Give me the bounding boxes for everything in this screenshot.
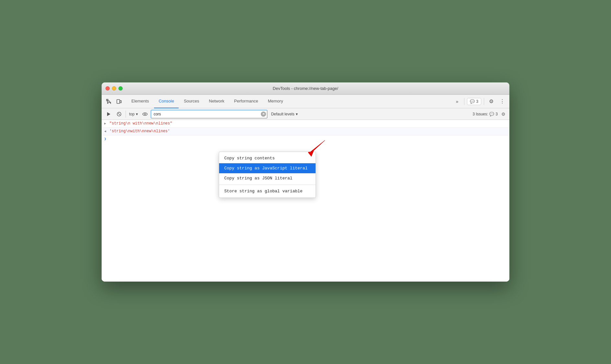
levels-label: Default levels [271, 112, 294, 116]
minimize-button[interactable] [112, 86, 116, 91]
clear-console-icon[interactable] [115, 110, 124, 119]
context-selector[interactable]: top ▾ [128, 112, 139, 116]
filter-input[interactable] [151, 110, 267, 118]
tab-sources[interactable]: Sources [179, 95, 204, 108]
tab-bar: Elements Console Sources Network Perform… [102, 95, 509, 108]
tab-performance[interactable]: Performance [229, 95, 262, 108]
svg-rect-1 [117, 100, 120, 103]
filter-input-wrapper: ✕ [151, 110, 267, 118]
tab-elements[interactable]: Elements [127, 95, 153, 108]
levels-dropdown-icon: ▾ [296, 112, 298, 116]
issues-count-area: 3 Issues: 💬 3 ⚙ [472, 111, 507, 118]
log-text-1: "string\n with\nnew\nlines" [109, 121, 507, 126]
divider [464, 98, 464, 105]
context-dropdown-icon: ▾ [136, 112, 138, 116]
inspect-element-icon[interactable] [104, 97, 113, 106]
console-content: ▶ "string\n with\nnew\nlines" ◀ 'string\… [102, 120, 509, 282]
close-button[interactable] [106, 86, 110, 91]
issues-badge[interactable]: 💬 3 [467, 98, 481, 105]
clear-filter-icon[interactable]: ✕ [261, 112, 266, 117]
menu-item-store-global[interactable]: Store string as global variable [219, 186, 316, 196]
devtools-body: Elements Console Sources Network Perform… [102, 95, 509, 282]
prompt-line: ❯ [102, 135, 509, 142]
back-arrow-2: ◀ [104, 128, 109, 134]
divider3 [126, 111, 126, 118]
devtools-window: DevTools - chrome://new-tab-page/ [102, 82, 509, 282]
context-menu: Copy string contents Copy string as Java… [219, 152, 316, 198]
run-snippet-icon[interactable] [104, 110, 113, 119]
console-toolbar: top ▾ ✕ Default levels ▾ 3 Issues: [102, 108, 509, 120]
log-line-2: ◀ 'string\nwith\nnew\nlines' [102, 128, 509, 135]
issues-chat-icon: 💬 [470, 99, 475, 104]
console-settings-icon[interactable]: ⚙ [500, 111, 507, 118]
window-title: DevTools - chrome://new-tab-page/ [273, 86, 338, 91]
titlebar: DevTools - chrome://new-tab-page/ [102, 82, 509, 95]
tab-console[interactable]: Console [154, 95, 179, 108]
menu-item-copy-contents[interactable]: Copy string contents [219, 153, 316, 163]
device-toggle-icon[interactable] [115, 97, 124, 106]
menu-item-copy-js-literal[interactable]: Copy string as JavaScript literal [219, 163, 316, 173]
settings-gear-icon[interactable]: ⚙ [487, 97, 496, 106]
svg-point-7 [144, 113, 146, 115]
more-tabs-icon[interactable]: » [452, 97, 461, 106]
kebab-menu-icon[interactable]: ⋮ [498, 97, 507, 106]
log-text-2: 'string\nwith\nnew\nlines' [109, 128, 507, 134]
issues-chat-icon2: 💬 [489, 112, 494, 116]
prompt-icon: ❯ [104, 137, 109, 141]
divider2 [484, 98, 484, 105]
issues-count-display[interactable]: 3 Issues: 💬 3 [472, 112, 498, 116]
svg-rect-2 [120, 101, 121, 103]
issues-count-label: 3 [476, 99, 478, 104]
tab-bar-right: » 💬 3 ⚙ ⋮ [452, 97, 507, 106]
tab-network[interactable]: Network [205, 95, 229, 108]
maximize-button[interactable] [118, 86, 123, 91]
eye-filter-icon[interactable] [140, 110, 150, 119]
menu-divider [219, 185, 316, 185]
tab-bar-left-icons [104, 97, 124, 106]
tab-memory[interactable]: Memory [263, 95, 288, 108]
expand-arrow-1[interactable]: ▶ [104, 121, 109, 127]
default-levels-button[interactable]: Default levels ▾ [269, 111, 300, 117]
svg-line-5 [118, 113, 120, 115]
log-line-1: ▶ "string\n with\nnew\nlines" [102, 120, 509, 128]
context-label: top [129, 112, 135, 116]
menu-item-copy-json-literal[interactable]: Copy string as JSON literal [219, 173, 316, 183]
svg-marker-3 [107, 112, 110, 116]
traffic-lights [106, 86, 123, 91]
